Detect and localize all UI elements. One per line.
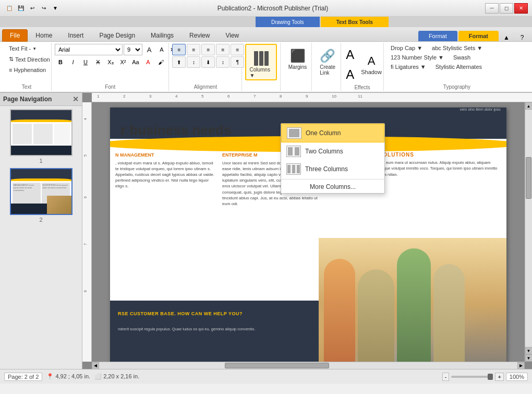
ruler-vertical: 4 5 6 7 8	[82, 102, 92, 362]
top-lorem-text: vero sino litem dolor ipso.	[460, 108, 501, 111]
font-size-select[interactable]: 9	[124, 44, 142, 55]
ruler-mark-3: 3	[149, 94, 151, 99]
page-1-num: 1	[39, 158, 42, 164]
bold-btn[interactable]: B	[55, 56, 66, 68]
three-columns-label: Three Columns	[305, 165, 348, 173]
ruler-mark-4: 4	[175, 94, 177, 99]
scroll-down-btn2[interactable]: ▼	[525, 354, 533, 362]
more-columns-item[interactable]: More Columns...	[281, 181, 384, 193]
change-case-btn[interactable]: Aa	[130, 56, 141, 68]
columns-icon	[253, 50, 270, 67]
scroll-track-h[interactable]	[99, 362, 517, 369]
size-indicator: ⬜ 2,20 x 2,16 in.	[94, 373, 139, 380]
text-direction-label: Text Direction	[15, 56, 50, 63]
margins-button[interactable]: ⬛ Margins	[284, 46, 312, 73]
typo-row3: fi Ligatures ▼ Stylistic Alternates	[387, 63, 486, 71]
two-columns-label: Two Columns	[305, 148, 343, 155]
ligatures-btn[interactable]: fi Ligatures ▼	[387, 63, 430, 71]
effects-controls: A A A Shadow	[344, 44, 385, 83]
tab-file[interactable]: File	[2, 29, 28, 42]
text-direction-button[interactable]: ⇅ Text Direction	[5, 54, 54, 64]
text-controls: Text Fit - ▼ ⇅ Text Direction ≡ Hyphenat…	[5, 44, 54, 75]
columns-button[interactable]: Columns ▼	[245, 44, 276, 80]
page-thumb-img-2: MANAGEMENT lorem ipsum dolor sit amet co…	[10, 168, 72, 215]
two-columns-item[interactable]: Two Columns	[281, 142, 384, 160]
align-top-btn[interactable]: ⬆	[172, 56, 186, 68]
ruler-mark-10: 10	[332, 94, 336, 99]
tab-drawing-format[interactable]: Format	[418, 31, 457, 41]
more-btn[interactable]: ▼	[50, 3, 61, 14]
page-thumb-2[interactable]: MANAGEMENT lorem ipsum dolor sit amet co…	[3, 168, 79, 223]
page-col-1[interactable]: N MANAGEMENT , volutpat eum mara ut s. A…	[115, 152, 217, 238]
ruler-horizontal: 1 2 3 4 5 6 7 8 9 10 11	[92, 93, 532, 102]
zoom-plus-btn[interactable]: +	[495, 373, 503, 381]
tab-page-design[interactable]: Page Design	[91, 29, 143, 41]
more-columns-label: More Columns...	[310, 183, 356, 190]
stylistic-sets-btn[interactable]: abc Stylistic Sets ▼	[428, 44, 486, 52]
title-bar: 📋 💾 ↩ ↪ ▼ Publication2 - Microsoft Publi…	[0, 0, 532, 17]
align-middle-btn[interactable]: ↕	[187, 56, 200, 68]
align-right-btn[interactable]: ≡	[201, 44, 215, 55]
align-center-btn[interactable]: ≡	[187, 44, 200, 55]
scroll-thumb-h[interactable]	[225, 363, 329, 368]
redo-btn[interactable]: ↪	[39, 3, 49, 14]
undo-btn[interactable]: ↩	[27, 3, 38, 14]
tab-review[interactable]: Review	[182, 29, 217, 41]
tab-home[interactable]: Home	[28, 29, 60, 41]
zoom-slider[interactable]	[451, 376, 493, 378]
align-justify-btn[interactable]: ≡	[216, 44, 229, 55]
stylistic-alternates-btn[interactable]: Stylistic Alternates	[432, 63, 486, 71]
tab-mailings[interactable]: Mailings	[143, 29, 182, 41]
italic-btn[interactable]: I	[67, 56, 79, 68]
small-a-icon: A	[344, 66, 356, 83]
hyphenation-button[interactable]: ≡ Hyphenation	[5, 65, 54, 75]
close-btn[interactable]: ✕	[514, 3, 528, 14]
number-style-btn[interactable]: 123 Number Style ▼	[387, 53, 448, 62]
columns-label: Columns ▼	[249, 67, 272, 78]
tab-view[interactable]: View	[217, 29, 247, 41]
highlight-btn[interactable]: 🖌	[155, 56, 166, 68]
align-left-btn[interactable]: ≡	[172, 44, 186, 55]
subscript-btn[interactable]: X₂	[105, 56, 116, 68]
svg-rect-5	[295, 147, 299, 156]
shadow-btn[interactable]: A	[368, 54, 376, 68]
scroll-down-btn[interactable]: ▼	[525, 347, 533, 354]
minimize-btn[interactable]: ─	[485, 3, 499, 14]
page-thumb-1[interactable]: 1	[3, 109, 79, 164]
strikethrough-btn[interactable]: X	[92, 56, 104, 68]
zoom-minus-btn[interactable]: -	[442, 373, 450, 381]
font-name-select[interactable]: Arial	[55, 44, 123, 55]
align-bottom-btn[interactable]: ⬇	[201, 56, 215, 68]
sidebar-close-btn[interactable]: ✕	[72, 95, 79, 103]
scroll-up-btn[interactable]: ▲	[525, 102, 533, 110]
tab-insert[interactable]: Insert	[60, 29, 91, 41]
drop-cap-btn[interactable]: Drop Cap ▼	[387, 44, 426, 52]
ribbon-collapse-btn[interactable]: ▲	[499, 34, 514, 41]
scroll-thumb-v[interactable]	[526, 157, 531, 199]
swash-btn[interactable]: Swash	[450, 53, 474, 62]
line-spacing-btn[interactable]: ↕	[216, 56, 229, 68]
font-shrink-btn[interactable]: A	[156, 44, 167, 55]
scroll-right-btn[interactable]: ▶	[517, 362, 525, 369]
scroll-track-v[interactable]	[525, 110, 532, 347]
underline-btn[interactable]: U	[80, 56, 91, 68]
text-fit-button[interactable]: Text Fit - ▼	[5, 44, 54, 53]
col-1-text: , volutpat eum mara ut s. Aliquip exputo…	[115, 160, 217, 189]
ribbon-group-effects: A A A Shadow Effects	[341, 43, 384, 91]
footer-subtext: ndrerit suscipit regula populus. Quae lu…	[118, 327, 319, 348]
ribbon-help-btn[interactable]: ?	[514, 34, 530, 41]
one-column-item[interactable]: One Column	[281, 124, 384, 142]
scroll-left-btn[interactable]: ◀	[92, 362, 99, 369]
save-btn[interactable]: 💾	[16, 3, 26, 14]
effects-group-label: Effects	[344, 83, 380, 90]
svg-rect-8	[297, 165, 300, 173]
create-link-button[interactable]: 🔗 CreateLink	[315, 46, 340, 78]
drawing-tools-label: Drawing Tools	[256, 17, 320, 27]
superscript-btn[interactable]: X²	[117, 56, 129, 68]
tab-textbox-format[interactable]: Format	[458, 31, 499, 41]
three-columns-item[interactable]: Three Columns	[281, 160, 384, 178]
restore-btn[interactable]: ◻	[500, 3, 513, 14]
font-color-btn[interactable]: A	[142, 56, 154, 68]
ruler-v-mark-6: 6	[83, 196, 87, 198]
font-grow-btn[interactable]: A	[143, 44, 155, 55]
